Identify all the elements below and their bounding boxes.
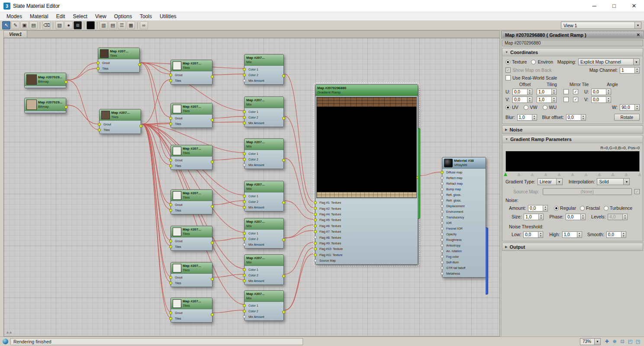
- zoom-arrow-icon[interactable]: ▼: [594, 339, 600, 345]
- v-tiling-spinner[interactable]: 1,0 ▲▼: [537, 96, 557, 103]
- u-angle-spinner[interactable]: 0,0 ▲▼: [591, 89, 611, 95]
- slot-input-dot[interactable]: [314, 236, 317, 239]
- node-mix-2[interactable]: Map #207...MixColor 1Color 2Mix Amount: [244, 96, 284, 127]
- pick-material-from-object-button[interactable]: ✎: [11, 21, 19, 29]
- turbulence-radio[interactable]: [604, 206, 609, 211]
- slot-input-dot[interactable]: [169, 311, 172, 314]
- node-mix-1[interactable]: Map #207...MixColor 1Color 2Mix Amount: [244, 54, 284, 85]
- node-header[interactable]: Map #207...Mix: [245, 291, 283, 302]
- show-map-on-back-checkbox[interactable]: [506, 67, 511, 73]
- dropdown-arrow-icon[interactable]: ▼: [633, 59, 639, 65]
- spinner-arrows-icon[interactable]: ▲▼: [538, 214, 543, 220]
- panel-header[interactable]: Map #2070296880 ( Gradient Ramp ) ✕: [502, 31, 643, 38]
- spinner-arrows-icon[interactable]: ▲▼: [622, 214, 627, 220]
- arrange-vertical-button[interactable]: ▥: [100, 21, 108, 29]
- slot-input-dot[interactable]: [441, 210, 444, 213]
- zoom-extents-tool-button[interactable]: ◰: [627, 338, 634, 345]
- node-slot[interactable]: Color 2: [245, 308, 283, 314]
- slot-input-dot[interactable]: [98, 128, 101, 131]
- rotate-button[interactable]: Rotate: [614, 114, 640, 121]
- node-slot[interactable]: Grout: [171, 72, 212, 78]
- node-header[interactable]: Map #207...Mix: [245, 181, 283, 192]
- slot-input-dot[interactable]: [314, 230, 317, 233]
- node-slot[interactable]: Mix Amount: [245, 120, 283, 126]
- gradient-flag-marker[interactable]: [517, 173, 521, 176]
- zoom-tool-button[interactable]: ⊕: [611, 338, 618, 345]
- node-output-dot[interactable]: [282, 311, 285, 314]
- texture-radio[interactable]: [506, 60, 510, 64]
- slot-input-dot[interactable]: [243, 237, 246, 240]
- node-header[interactable]: Map #207...Tiles: [171, 190, 212, 201]
- regular-radio[interactable]: [554, 206, 559, 211]
- panel-close-icon[interactable]: ✕: [637, 32, 640, 37]
- node-slot[interactable]: Grout: [171, 115, 212, 121]
- node-slot[interactable]: Flag #2: Texture: [316, 205, 418, 211]
- node-output-dot[interactable]: [139, 125, 142, 128]
- smooth-spinner[interactable]: 0,0 ▲▼: [606, 231, 626, 238]
- slot-input-dot[interactable]: [243, 158, 246, 161]
- node-output-dot[interactable]: [211, 241, 214, 244]
- node-header[interactable]: Map #207029...Bitmap: [25, 98, 66, 111]
- node-slot[interactable]: Color 2: [245, 157, 283, 162]
- zoom-level-select[interactable]: 73% ▼: [580, 338, 601, 345]
- slot-input-dot[interactable]: [169, 282, 172, 285]
- node-header[interactable]: Map #207...Tiles: [100, 109, 141, 121]
- slot-input-dot[interactable]: [243, 195, 246, 198]
- spinner-arrows-icon[interactable]: ▲▼: [543, 205, 547, 211]
- slot-input-dot[interactable]: [314, 224, 317, 227]
- gradient-flag-marker[interactable]: [625, 173, 628, 176]
- node-slot[interactable]: Refl. gloss.: [442, 192, 486, 198]
- node-slot[interactable]: Opacity: [442, 231, 486, 237]
- slot-input-dot[interactable]: [243, 243, 246, 246]
- spinner-arrows-icon[interactable]: ▲▼: [581, 115, 586, 120]
- node-header[interactable]: Map #207...Tiles: [171, 226, 212, 237]
- node-tiles-6[interactable]: Map #207...TilesGroutTiles: [171, 262, 213, 287]
- node-tiles-4[interactable]: Map #207...TilesGroutTiles: [171, 189, 213, 215]
- slot-input-dot[interactable]: [169, 122, 172, 125]
- node-slot[interactable]: Flag #9: Texture: [316, 240, 418, 246]
- u-tiling-spinner[interactable]: 1,0 ▲▼: [537, 89, 557, 95]
- node-tiles-a[interactable]: Map #207...TilesGroutTiles: [98, 48, 140, 73]
- gradient-flag-marker[interactable]: [544, 173, 547, 176]
- rollout-output-header[interactable]: ▶ Output: [502, 243, 643, 250]
- node-header[interactable]: Map #207...Mix: [245, 139, 283, 150]
- spinner-arrows-icon[interactable]: ▲▼: [538, 232, 543, 237]
- v-mirror-checkbox[interactable]: [564, 97, 569, 102]
- gradient-flag-marker[interactable]: [571, 173, 574, 176]
- node-slot[interactable]: Displacement: [442, 203, 486, 209]
- node-output-dot[interactable]: [64, 106, 68, 109]
- rollout-coordinates-header[interactable]: ▼ Coordinates: [502, 48, 643, 56]
- gradient-type-dropdown[interactable]: Linear ▼: [538, 178, 563, 185]
- rollout-noise-header[interactable]: ▶ Noise: [502, 126, 643, 133]
- node-slot[interactable]: Roughness: [442, 237, 486, 243]
- slot-input-dot[interactable]: [169, 159, 172, 162]
- slot-input-dot[interactable]: [314, 218, 317, 221]
- node-slot[interactable]: Color 2: [245, 236, 283, 242]
- uv-radio[interactable]: [506, 105, 510, 110]
- node-slot[interactable]: Bump map: [442, 186, 486, 192]
- slot-input-dot[interactable]: [441, 171, 444, 174]
- slot-input-dot[interactable]: [441, 261, 444, 264]
- blur-offset-spinner[interactable]: 0,0 ▲▼: [566, 114, 586, 121]
- node-slot[interactable]: Color 2: [245, 199, 283, 205]
- select-by-material-button[interactable]: ∞: [140, 21, 148, 29]
- gradient-flag-marker[interactable]: [584, 173, 588, 176]
- phase-spinner[interactable]: 0,0 ▲▼: [566, 214, 586, 220]
- slot-input-dot[interactable]: [441, 244, 444, 247]
- node-tiles-1[interactable]: Map #207...TilesGroutTiles: [171, 60, 213, 85]
- slot-input-dot[interactable]: [169, 276, 172, 279]
- gradient-flag-marker[interactable]: [638, 173, 641, 176]
- slot-input-dot[interactable]: [169, 203, 172, 206]
- node-slot[interactable]: Fog color: [442, 254, 486, 260]
- slot-input-dot[interactable]: [98, 123, 101, 126]
- slot-input-dot[interactable]: [243, 163, 246, 167]
- node-header[interactable]: Material #38VRayMtl: [442, 157, 486, 169]
- spinner-arrows-icon[interactable]: ▲▼: [606, 97, 611, 103]
- menu-select[interactable]: Select: [69, 13, 91, 20]
- node-output-dot[interactable]: [282, 159, 285, 162]
- node-slot[interactable]: Mix Amount: [245, 78, 283, 83]
- node-tiles-5[interactable]: Map #207...TilesGroutTiles: [171, 226, 213, 251]
- node-graph-canvas[interactable]: Map #207029...BitmapMap #207029...Bitmap…: [3, 38, 500, 336]
- node-slot[interactable]: Color 2: [245, 272, 283, 278]
- slot-input-dot[interactable]: [243, 152, 246, 155]
